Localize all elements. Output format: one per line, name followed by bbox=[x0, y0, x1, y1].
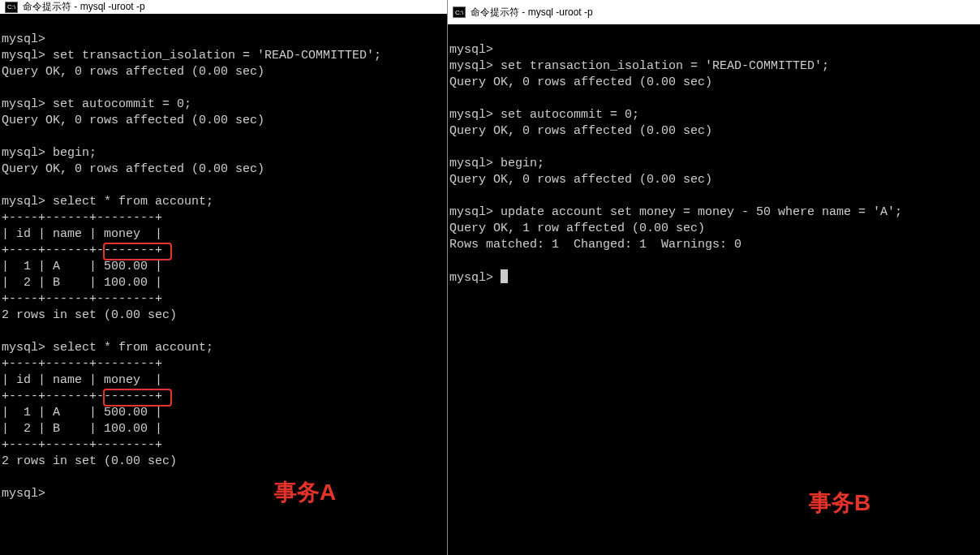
table-row: | 2 | B | 100.00 | bbox=[2, 276, 162, 290]
prompt: mysql> bbox=[2, 49, 45, 62]
table-border: +----+------+--------+ bbox=[2, 211, 162, 225]
prompt: mysql> bbox=[449, 205, 493, 219]
response-ok: Query OK, 0 rows affected (0.00 sec) bbox=[2, 65, 264, 79]
table-border: +----+------+--------+ bbox=[2, 389, 162, 403]
label-transaction-b: 事务B bbox=[809, 495, 870, 511]
cmd-isolation: set transaction_isolation = 'READ-COMMIT… bbox=[53, 49, 381, 62]
table-header: | id | name | money | bbox=[2, 373, 162, 387]
prompt: mysql> bbox=[2, 195, 45, 209]
cursor-icon bbox=[501, 269, 508, 283]
table-row: | 1 | A | 500.00 | bbox=[2, 260, 162, 273]
prompt: mysql> bbox=[2, 487, 45, 501]
cmd-icon: C:\ bbox=[453, 6, 466, 18]
title-text-left: 命令提示符 - mysql -uroot -p bbox=[23, 0, 145, 14]
response-ok: Query OK, 0 rows affected (0.00 sec) bbox=[2, 162, 264, 176]
terminal-b: C:\ 命令提示符 - mysql -uroot -p mysql> mysql… bbox=[448, 0, 980, 555]
terminal-content-right[interactable]: mysql> mysql> set transaction_isolation … bbox=[448, 24, 980, 555]
cmd-autocommit: set autocommit = 0; bbox=[501, 108, 639, 122]
prompt: mysql> bbox=[449, 157, 493, 170]
table-row: | 1 | A | 500.00 | bbox=[2, 406, 162, 419]
response-ok: Query OK, 0 rows affected (0.00 sec) bbox=[2, 114, 264, 127]
response-update: Query OK, 1 row affected (0.00 sec) bbox=[449, 222, 705, 235]
prompt: mysql> bbox=[449, 59, 493, 73]
response-ok: Query OK, 0 rows affected (0.00 sec) bbox=[449, 75, 712, 89]
cmd-autocommit: set autocommit = 0; bbox=[53, 97, 191, 111]
title-bar-left[interactable]: C:\ 命令提示符 - mysql -uroot -p bbox=[0, 0, 447, 14]
prompt: mysql> bbox=[2, 341, 45, 355]
response-matched: Rows matched: 1 Changed: 1 Warnings: 0 bbox=[449, 238, 741, 252]
table-border: +----+------+--------+ bbox=[2, 357, 162, 371]
table-border: +----+------+--------+ bbox=[2, 292, 162, 306]
label-transaction-a: 事务A bbox=[274, 484, 336, 501]
response-ok: Query OK, 0 rows affected (0.00 sec) bbox=[449, 124, 712, 138]
title-text-right: 命令提示符 - mysql -uroot -p bbox=[471, 6, 593, 19]
cmd-begin: begin; bbox=[501, 157, 544, 170]
cmd-icon: C:\ bbox=[5, 2, 18, 13]
prompt: mysql> bbox=[449, 108, 493, 122]
response-ok: Query OK, 0 rows affected (0.00 sec) bbox=[449, 173, 712, 187]
terminal-content-left[interactable]: mysql> mysql> set transaction_isolation … bbox=[0, 14, 447, 555]
prompt: mysql> bbox=[2, 146, 45, 160]
prompt: mysql> bbox=[449, 271, 493, 285]
cmd-update: update account set money = money - 50 wh… bbox=[501, 205, 902, 219]
prompt: mysql> bbox=[2, 97, 45, 111]
terminal-a: C:\ 命令提示符 - mysql -uroot -p mysql> mysql… bbox=[0, 0, 448, 555]
rows-result: 2 rows in set (0.00 sec) bbox=[2, 308, 177, 322]
cmd-isolation: set transaction_isolation = 'READ-COMMIT… bbox=[501, 59, 829, 73]
prompt: mysql> bbox=[2, 32, 45, 46]
table-header: | id | name | money | bbox=[2, 227, 162, 241]
prompt: mysql> bbox=[449, 43, 493, 57]
table-row: | 2 | B | 100.00 | bbox=[2, 422, 162, 436]
rows-result: 2 rows in set (0.00 sec) bbox=[2, 454, 177, 468]
table-border: +----+------+--------+ bbox=[2, 243, 162, 257]
table-border: +----+------+--------+ bbox=[2, 438, 162, 452]
cmd-select: select * from account; bbox=[53, 195, 213, 209]
title-bar-right[interactable]: C:\ 命令提示符 - mysql -uroot -p bbox=[448, 0, 980, 24]
cmd-begin: begin; bbox=[53, 146, 97, 160]
cmd-select: select * from account; bbox=[53, 341, 213, 355]
